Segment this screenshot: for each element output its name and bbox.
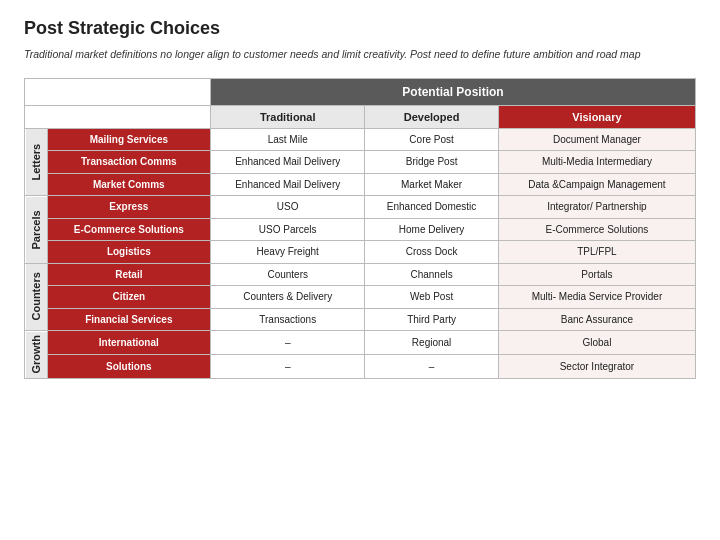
cell-developed: Market Maker	[365, 173, 499, 196]
col-header-traditional: Traditional	[211, 105, 365, 128]
cell-traditional: –	[211, 354, 365, 378]
cell-visionary: TPL/FPL	[498, 241, 695, 264]
col-header-developed: Developed	[365, 105, 499, 128]
strategy-table: Potential Position Traditional Developed…	[24, 78, 696, 379]
row-label-market-comms: Market Comms	[47, 173, 211, 196]
cell-developed: Regional	[365, 331, 499, 355]
row-label-express: Express	[47, 196, 211, 219]
row-label-citizen: Citizen	[47, 286, 211, 309]
corner-cell2	[25, 105, 211, 128]
cell-visionary: Multi- Media Service Provider	[498, 286, 695, 309]
cell-traditional: Counters	[211, 263, 365, 286]
cell-developed: Enhanced Domestic	[365, 196, 499, 219]
cell-visionary: Sector Integrator	[498, 354, 695, 378]
row-label-e-commerce-solutions: E-Commerce Solutions	[47, 218, 211, 241]
row-label-financial-services: Financial Services	[47, 308, 211, 331]
row-label-transaction-comms: Transaction Comms	[47, 151, 211, 174]
row-label-retail: Retail	[47, 263, 211, 286]
cell-developed: Core Post	[365, 128, 499, 151]
cell-developed: Home Delivery	[365, 218, 499, 241]
corner-cell	[25, 78, 211, 105]
row-label-solutions: Solutions	[47, 354, 211, 378]
cell-traditional: USO Parcels	[211, 218, 365, 241]
cell-developed: Bridge Post	[365, 151, 499, 174]
cell-traditional: USO	[211, 196, 365, 219]
cell-traditional: Transactions	[211, 308, 365, 331]
cell-traditional: Counters & Delivery	[211, 286, 365, 309]
cell-visionary: E-Commerce Solutions	[498, 218, 695, 241]
cell-visionary: Document Manager	[498, 128, 695, 151]
cell-developed: Cross Dock	[365, 241, 499, 264]
page-title: Post Strategic Choices	[24, 18, 696, 39]
cell-developed: Channels	[365, 263, 499, 286]
cell-visionary: Integrator/ Partnership	[498, 196, 695, 219]
col-header-visionary: Visionary	[498, 105, 695, 128]
page-subtitle: Traditional market definitions no longer…	[24, 47, 696, 62]
cell-visionary: Data &Campaign Management	[498, 173, 695, 196]
cell-developed: Web Post	[365, 286, 499, 309]
cell-traditional: Enhanced Mail Delivery	[211, 173, 365, 196]
cell-traditional: –	[211, 331, 365, 355]
category-counters: Counters	[25, 263, 48, 331]
cell-visionary: Banc Assurance	[498, 308, 695, 331]
potential-position-header: Potential Position	[211, 78, 696, 105]
cell-developed: –	[365, 354, 499, 378]
category-growth: Growth	[25, 331, 48, 379]
category-parcels: Parcels	[25, 196, 48, 264]
cell-traditional: Last Mile	[211, 128, 365, 151]
cell-visionary: Multi-Media Intermediary	[498, 151, 695, 174]
cell-developed: Third Party	[365, 308, 499, 331]
cell-traditional: Heavy Freight	[211, 241, 365, 264]
row-label-logistics: Logistics	[47, 241, 211, 264]
cell-visionary: Portals	[498, 263, 695, 286]
cell-visionary: Global	[498, 331, 695, 355]
category-letters: Letters	[25, 128, 48, 196]
cell-traditional: Enhanced Mail Delivery	[211, 151, 365, 174]
row-label-international: International	[47, 331, 211, 355]
row-label-mailing-services: Mailing Services	[47, 128, 211, 151]
